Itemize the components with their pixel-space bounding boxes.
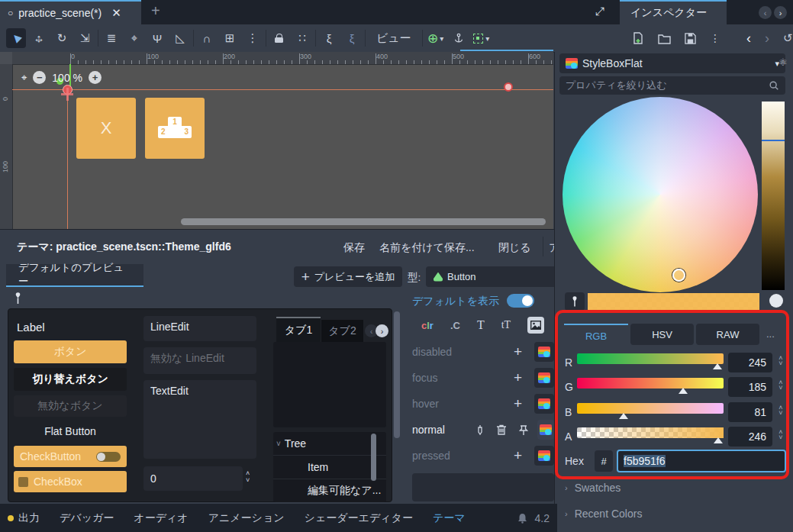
slider-g[interactable] — [577, 378, 724, 389]
skeleton-button[interactable]: ξ — [319, 28, 339, 48]
group-node-button[interactable]: ∷ — [292, 28, 312, 48]
bottom-tab-output[interactable]: 出力 — [8, 511, 40, 525]
swatches-section[interactable]: › Swatches — [565, 482, 621, 494]
tree-row-root[interactable]: ˅ Tree — [273, 432, 386, 456]
skeleton-options-button[interactable]: ξ — [342, 28, 362, 48]
bottom-tab-theme[interactable]: テーマ — [433, 511, 466, 525]
new-resource-icon[interactable] — [632, 32, 644, 44]
hash-button[interactable]: # — [595, 450, 613, 472]
move-pivot-button[interactable]: ⌖ — [124, 28, 144, 48]
add-override-button[interactable]: + — [514, 343, 522, 360]
grid-snap-button[interactable]: ⊞ — [220, 28, 240, 48]
value-bar-cursor[interactable] — [762, 140, 785, 141]
bottom-tab-audio[interactable]: オーディオ — [134, 511, 188, 525]
tab-fonts[interactable]: T — [477, 318, 485, 332]
view-menu-button[interactable]: ビュー — [369, 28, 419, 48]
preview-tab2[interactable]: タブ2 — [321, 320, 363, 342]
preview-picker-icon[interactable] — [12, 292, 24, 305]
tabs-scroll-right[interactable]: › — [376, 324, 388, 337]
slider-b[interactable] — [577, 403, 724, 414]
stylebox-resource-button[interactable] — [534, 368, 554, 388]
move-tool-button[interactable]: ↔↕ — [29, 28, 49, 48]
dock-next-button[interactable]: › — [774, 6, 787, 19]
bottom-tab-shader-editor[interactable]: シェーダーエディター — [305, 511, 413, 525]
zoom-in-button[interactable]: + — [89, 71, 102, 84]
history-back-icon[interactable]: ‹ — [746, 31, 751, 47]
eyedropper-button[interactable] — [565, 292, 585, 311]
stylebox-preview-button[interactable] — [537, 420, 554, 440]
slider-thumb-A[interactable] — [714, 437, 723, 443]
preview-text-edit[interactable]: TextEdit — [143, 380, 256, 459]
spinner-arrows-icon[interactable]: ˄˅ — [775, 405, 786, 416]
tab-more[interactable]: ... — [766, 328, 775, 340]
canvas-button-podium[interactable]: 1 23 — [145, 98, 205, 159]
tab-raw[interactable]: RAW — [696, 324, 759, 345]
dock-prev-button[interactable]: ‹ — [759, 6, 772, 19]
preview-spinbox[interactable]: 0 — [143, 466, 243, 491]
history-icon[interactable]: ↺ — [783, 31, 793, 45]
tree-row-editable[interactable]: 編集可能なア... — [273, 479, 386, 502]
slider-value-r[interactable]: 245 — [728, 353, 772, 372]
tab-styleboxes[interactable] — [527, 317, 544, 334]
tree-scrollbar[interactable] — [371, 434, 376, 481]
filter-properties-input[interactable]: プロパティを絞り込む — [559, 76, 785, 95]
tab-colors[interactable]: clr — [421, 320, 434, 331]
slider-thumb-B[interactable] — [619, 413, 628, 419]
edit-pencil-icon[interactable] — [476, 424, 484, 436]
snap-options-button[interactable]: ⋮ — [243, 28, 263, 48]
history-forward-icon[interactable]: › — [765, 31, 769, 47]
add-override-button[interactable]: + — [514, 369, 522, 386]
resource-options-icon[interactable]: ⚛︎ — [778, 56, 788, 68]
expand-window-icon[interactable]: ⤢ — [595, 5, 604, 18]
preview-line-edit[interactable]: LineEdit — [143, 316, 256, 341]
type-dropdown[interactable]: Button — [426, 266, 572, 287]
preview-button[interactable]: ボタン — [14, 340, 127, 363]
list-select-button[interactable]: ≣ — [102, 28, 121, 48]
tree-row-item[interactable]: Item — [273, 456, 386, 479]
container-sizing-button[interactable]: ▾ — [472, 28, 492, 48]
pan-tool-button[interactable]: Ψ — [147, 28, 167, 48]
tab-default-preview[interactable]: デフォルトのプレビュー — [6, 264, 143, 287]
tab-practice-scene[interactable]: ○ practice_scene(*) ✕ — [0, 0, 141, 24]
tab-hsv[interactable]: HSV — [630, 324, 694, 345]
picker-shape-icon[interactable] — [769, 294, 783, 308]
tab-inspector[interactable]: インスペクター — [620, 0, 727, 24]
notification-bell-icon[interactable] — [517, 513, 527, 524]
smart-snap-button[interactable]: ∩ — [197, 28, 217, 48]
ruler-tool-button[interactable]: ◺ — [170, 28, 190, 48]
recent-colors-section[interactable]: › Recent Colors — [565, 508, 642, 520]
stylebox-resource-dropdown[interactable]: StyleBoxFlat ▾ — [559, 53, 785, 73]
add-override-button[interactable]: + — [514, 395, 522, 412]
add-preview-button[interactable]: + プレビューを追加 — [294, 266, 402, 287]
preview-check-box[interactable]: CheckBox — [14, 471, 127, 492]
select-tool-button[interactable]: ▶ — [6, 28, 26, 48]
theme-save-as-button[interactable]: 名前を付けて保存... — [379, 241, 475, 255]
stylebox-resource-button[interactable] — [534, 342, 554, 362]
canvas-hscrollbar[interactable] — [181, 218, 546, 225]
preview-toggle-button[interactable]: 切り替えボタン — [14, 368, 127, 391]
bottom-tab-animation[interactable]: アニメーション — [208, 511, 285, 525]
anchor-handle-right[interactable] — [504, 82, 513, 92]
anchor-preset-button[interactable]: ⊕▾ — [426, 28, 446, 48]
show-default-toggle[interactable] — [507, 294, 534, 308]
lock-node-button[interactable] — [269, 28, 289, 48]
bottom-tab-debugger[interactable]: デバッガー — [60, 511, 114, 525]
slider-value-b[interactable]: 81 — [728, 402, 772, 422]
slider-value-a[interactable]: 246 — [728, 427, 772, 447]
stylebox-resource-button[interactable] — [534, 394, 554, 414]
tab-constants[interactable]: .C — [450, 320, 460, 331]
zoom-out-button[interactable]: − — [33, 71, 46, 84]
tab-font-sizes[interactable]: tT — [501, 319, 511, 331]
preview-tab1[interactable]: タブ1 — [276, 317, 321, 342]
theme-save-button[interactable]: 保存 — [343, 241, 365, 255]
slider-thumb-G[interactable] — [679, 388, 688, 394]
stylebox-resource-button[interactable] — [534, 446, 554, 466]
spinner-arrows-icon[interactable]: ˄˅ — [246, 470, 250, 484]
slider-thumb-R[interactable] — [713, 363, 722, 369]
preview-check-button[interactable]: CheckButton — [14, 446, 127, 467]
canvas-button-x[interactable]: X — [76, 98, 136, 159]
load-resource-icon[interactable] — [658, 33, 671, 44]
wheel-selector[interactable] — [672, 269, 685, 282]
save-icon[interactable] — [685, 33, 696, 44]
rotate-tool-button[interactable]: ↻ — [52, 28, 72, 48]
